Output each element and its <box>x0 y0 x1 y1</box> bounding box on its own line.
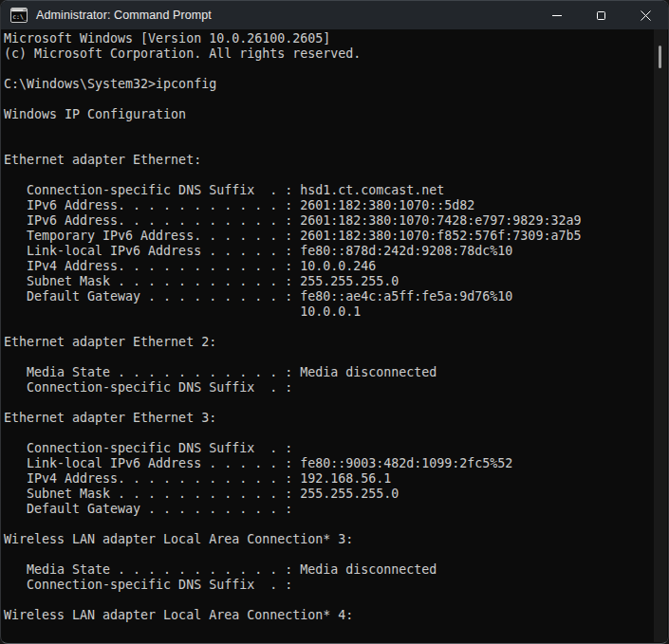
terminal-body[interactable]: Microsoft Windows [Version 10.0.26100.26… <box>2 29 667 642</box>
scrollbar[interactable] <box>654 29 667 642</box>
command-prompt-icon: c:\_ <box>10 8 28 23</box>
close-button[interactable] <box>623 1 668 29</box>
maximize-button[interactable] <box>579 1 623 29</box>
close-icon <box>641 10 651 21</box>
window-controls <box>534 1 668 29</box>
minimize-icon <box>552 15 562 16</box>
terminal-output: Microsoft Windows [Version 10.0.26100.26… <box>3 29 652 642</box>
terminal-window: c:\_ Administrator: Command Prompt Micro… <box>0 0 669 644</box>
maximize-icon <box>597 11 605 20</box>
scrollbar-thumb[interactable] <box>659 46 661 68</box>
minimize-button[interactable] <box>534 1 579 29</box>
window-title: Administrator: Command Prompt <box>36 9 534 22</box>
svg-text:c:\_: c:\_ <box>12 13 28 21</box>
titlebar[interactable]: c:\_ Administrator: Command Prompt <box>1 1 668 29</box>
